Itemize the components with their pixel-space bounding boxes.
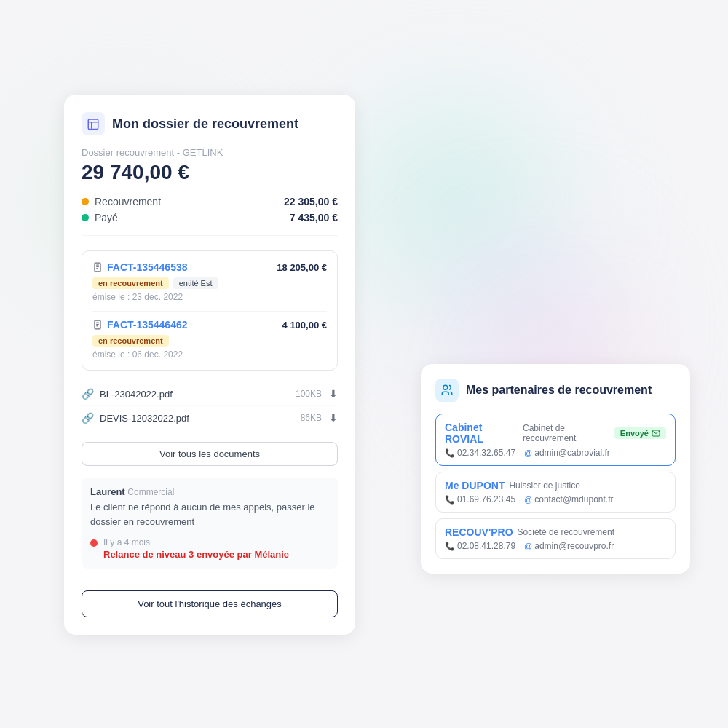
partner-email-2: contact@mdupont.fr bbox=[534, 494, 613, 505]
invoice-id-1: FACT-135446538 bbox=[107, 261, 188, 273]
amount-row-recouvrement: Recouvrement 22 305,00 € bbox=[82, 196, 338, 207]
invoice-date-2: émise le : 06 dec. 2022 bbox=[92, 349, 327, 360]
dot-green bbox=[82, 214, 89, 221]
tag-en-recouvrement-2: en recouvrement bbox=[92, 335, 169, 347]
partners-icon bbox=[435, 379, 459, 402]
partner-name-2: Me DUPONT bbox=[445, 480, 505, 491]
timeline-item: Il y a 4 mois Relance de niveau 3 envoyé… bbox=[90, 537, 329, 560]
partners-header: Mes partenaires de recouvrement bbox=[435, 379, 676, 402]
download-icon-2[interactable]: ⬇ bbox=[329, 412, 338, 424]
invoice-tags-2: en recouvrement bbox=[92, 335, 327, 347]
phone-icon-3: 📞 bbox=[445, 542, 455, 551]
timeline-suffix: envoyée par Mélanie bbox=[194, 549, 289, 560]
partner-type-2: Huissier de justice bbox=[509, 480, 579, 491]
dossier-amount-total: 29 740,00 € bbox=[82, 161, 338, 184]
tag-entite-est: entité Est bbox=[173, 277, 218, 289]
timeline-time: Il y a 4 mois bbox=[103, 537, 289, 547]
comment-role: Commercial bbox=[127, 487, 174, 497]
partner-name-3: RECOUV'PRO bbox=[445, 526, 513, 538]
partner-item-3[interactable]: RECOUV'PRO Société de recouvrement 📞 02.… bbox=[435, 518, 676, 559]
partner-phone-2: 01.69.76.23.45 bbox=[457, 494, 515, 505]
value-paye: 7 435,00 € bbox=[290, 212, 338, 223]
dossier-subtitle: Dossier recouvrement - GETLINK bbox=[82, 147, 338, 158]
doc-name-2: DEVIS-12032022.pdf bbox=[100, 413, 189, 424]
partner-type-1: Cabinet de recouvrement bbox=[523, 423, 614, 443]
doc-size-2: 86KB bbox=[301, 413, 322, 423]
invoice-divider bbox=[92, 311, 327, 312]
dot-yellow bbox=[82, 198, 89, 205]
invoice-section: FACT-135446538 18 205,00 € en recouvreme… bbox=[82, 250, 338, 371]
phone-icon-1: 📞 bbox=[445, 448, 455, 458]
email-icon-2: @ bbox=[524, 495, 532, 504]
partner-name-1: Cabinet ROVIAL bbox=[445, 422, 518, 445]
doc-row-1: 🔗 BL-23042022.pdf 100KB ⬇ bbox=[82, 382, 338, 406]
tag-en-recouvrement-1: en recouvrement bbox=[92, 277, 169, 289]
amount-breakdown: Recouvrement 22 305,00 € Payé 7 435,00 € bbox=[82, 196, 338, 236]
partner-contacts-2: 📞 01.69.76.23.45 @ contact@mdupont.fr bbox=[445, 494, 666, 505]
documents-section: 🔗 BL-23042022.pdf 100KB ⬇ 🔗 DEVIS-120320… bbox=[82, 382, 338, 430]
bg-blob-teal bbox=[328, 73, 582, 328]
partners-card: Mes partenaires de recouvrement Cabinet … bbox=[421, 364, 690, 574]
timeline-dot bbox=[90, 539, 98, 547]
invoice-date-1: émise le : 23 dec. 2022 bbox=[92, 292, 327, 302]
email-icon-1: @ bbox=[524, 448, 532, 457]
invoice-tags-1: en recouvrement entité Est bbox=[92, 277, 327, 289]
partners-title: Mes partenaires de recouvrement bbox=[466, 384, 652, 397]
paperclip-icon-1: 🔗 bbox=[82, 388, 94, 400]
history-button[interactable]: Voir tout l'historique des échanges bbox=[82, 590, 338, 617]
email-icon-3: @ bbox=[524, 542, 532, 550]
invoice-item-2: FACT-135446462 4 100,00 € en recouvremen… bbox=[92, 319, 327, 360]
comment-section: Laurent Commercial Le client ne répond à… bbox=[82, 478, 338, 569]
phone-icon-2: 📞 bbox=[445, 495, 455, 505]
doc-name-1: BL-23042022.pdf bbox=[100, 389, 173, 400]
invoice-amount-2: 4 100,00 € bbox=[282, 320, 327, 331]
partner-badge-1: Envoyé bbox=[614, 427, 666, 439]
timeline-text: Relance de niveau 3 envoyée par Mélanie bbox=[103, 549, 289, 560]
invoice-amount-1: 18 205,00 € bbox=[277, 262, 327, 273]
comment-text: Le client ne répond à aucun de mes appel… bbox=[90, 500, 329, 529]
label-recouvrement: Recouvrement bbox=[95, 196, 161, 207]
invoice-item-1: FACT-135446538 18 205,00 € en recouvreme… bbox=[92, 261, 327, 302]
svg-rect-0 bbox=[88, 119, 98, 130]
partner-email-1: admin@cabrovial.fr bbox=[534, 448, 610, 458]
invoice-link-2[interactable]: FACT-135446462 bbox=[92, 319, 188, 331]
see-docs-button[interactable]: Voir tous les documents bbox=[82, 442, 338, 466]
timeline-prefix: Relance de bbox=[103, 549, 156, 560]
timeline-level: niveau 3 bbox=[156, 549, 194, 560]
svg-point-11 bbox=[443, 385, 448, 389]
partner-phone-3: 02.08.41.28.79 bbox=[457, 541, 515, 551]
partner-item-1[interactable]: Cabinet ROVIAL Cabinet de recouvrement E… bbox=[435, 414, 676, 466]
partner-email-3: admin@recouvpro.fr bbox=[534, 541, 614, 551]
download-icon-1[interactable]: ⬇ bbox=[329, 388, 338, 400]
value-recouvrement: 22 305,00 € bbox=[284, 196, 338, 207]
partner-phone-1: 02.34.32.65.47 bbox=[457, 448, 515, 458]
comment-author: Laurent Commercial bbox=[90, 486, 329, 497]
label-paye: Payé bbox=[95, 212, 118, 223]
card-title: Mon dossier de recouvrement bbox=[112, 116, 298, 132]
card-header: Mon dossier de recouvrement bbox=[82, 112, 338, 135]
partner-contacts-3: 📞 02.08.41.28.79 @ admin@recouvpro.fr bbox=[445, 541, 666, 551]
dossier-card: Mon dossier de recouvrement Dossier reco… bbox=[64, 95, 355, 635]
doc-size-1: 100KB bbox=[296, 389, 322, 399]
partner-type-3: Société de recouvrement bbox=[518, 527, 614, 537]
dossier-icon bbox=[82, 112, 105, 135]
amount-row-paye: Payé 7 435,00 € bbox=[82, 212, 338, 223]
partner-contacts-1: 📞 02.34.32.65.47 @ admin@cabrovial.fr bbox=[445, 448, 666, 458]
partner-item-2[interactable]: Me DUPONT Huissier de justice 📞 01.69.76… bbox=[435, 472, 676, 513]
doc-row-2: 🔗 DEVIS-12032022.pdf 86KB ⬇ bbox=[82, 406, 338, 430]
paperclip-icon-2: 🔗 bbox=[82, 412, 94, 424]
invoice-link-1[interactable]: FACT-135446538 bbox=[92, 261, 188, 273]
invoice-id-2: FACT-135446462 bbox=[107, 319, 188, 331]
